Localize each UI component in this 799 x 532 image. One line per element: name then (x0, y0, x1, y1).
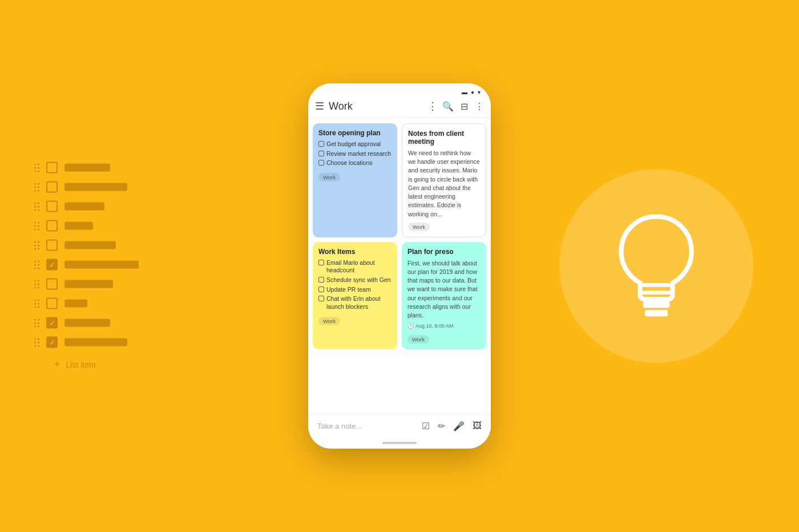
note-timestamp: 🕐Aug 10, 8:00 AM (407, 323, 481, 329)
list-item (34, 317, 139, 329)
note-body: We need to rethink how we handle user ex… (408, 149, 480, 219)
note-item-text: Chat with Erin about launch blockers (326, 295, 392, 311)
list-checkbox[interactable] (46, 298, 58, 309)
note-label[interactable]: Work (408, 223, 430, 231)
image-icon[interactable]: 🖼 (473, 421, 482, 432)
take-note-placeholder[interactable]: Take a note... (317, 422, 416, 430)
drag-handle-icon (34, 183, 39, 191)
list-item (34, 182, 139, 193)
list-bar (64, 164, 110, 172)
status-bar: ▬ ● ▾ (308, 83, 491, 98)
add-icon: + (54, 358, 60, 370)
list-bar (64, 241, 116, 249)
note-item-checkbox (318, 141, 324, 147)
menu-icon[interactable]: ☰ (315, 100, 324, 112)
list-item (34, 201, 139, 212)
note-item-text: Update PR team (326, 286, 371, 294)
list-item (34, 298, 139, 309)
note-item-checkbox (318, 296, 324, 301)
note-item-text: Email Mario about headcount (326, 259, 392, 275)
note-card[interactable]: Store opening planGet budget approvalRev… (313, 123, 397, 237)
list-checkbox[interactable] (46, 337, 58, 348)
mic-icon[interactable]: 🎤 (453, 421, 465, 432)
note-item-text: Choose locations (326, 159, 373, 167)
list-checkbox[interactable] (46, 162, 58, 174)
list-item (34, 162, 139, 174)
list-bar (64, 183, 127, 191)
note-item-text: Schedule sync with Gen (326, 276, 391, 284)
list-checkbox[interactable] (46, 279, 58, 290)
list-bar (64, 338, 127, 346)
svg-rect-0 (643, 301, 670, 308)
drag-handle-icon (34, 338, 39, 346)
note-label[interactable]: Work (318, 317, 340, 325)
list-item (34, 220, 139, 232)
list-bar (64, 280, 113, 288)
phone-mockup: ▬ ● ▾ ☰ Work ⋮ 🔍 ⊟ ⋮ Store opening planG… (308, 83, 491, 449)
note-checklist-item: Review market research (318, 150, 392, 158)
clock-icon: 🕐 (407, 323, 414, 329)
home-bar (382, 442, 417, 444)
wifi-icon: ▾ (478, 89, 481, 95)
list-checkbox[interactable] (46, 182, 58, 193)
note-card[interactable]: Work ItemsEmail Mario about headcountSch… (313, 242, 397, 350)
signal-icon: ● (471, 89, 474, 95)
note-checklist-item: Chat with Erin about launch blockers (318, 295, 392, 311)
add-label: List item (66, 360, 96, 369)
left-decorative-list: +List item (34, 162, 139, 370)
drag-handle-icon (34, 319, 39, 327)
note-label[interactable]: Work (407, 335, 429, 344)
note-item-checkbox (318, 160, 324, 166)
list-item (34, 337, 139, 348)
drag-handle-icon (34, 260, 39, 269)
note-title: Work Items (318, 248, 392, 256)
checkbox-icon[interactable]: ☑ (422, 421, 430, 432)
note-checklist-item: Schedule sync with Gen (318, 276, 392, 284)
overflow-icon[interactable]: ⋮ (475, 101, 484, 112)
app-bar: ☰ Work ⋮ 🔍 ⊟ ⋮ (308, 98, 491, 118)
svg-rect-1 (645, 310, 668, 317)
note-label[interactable]: Work (318, 173, 340, 182)
timestamp-text: Aug 10, 8:00 AM (415, 323, 454, 329)
note-checklist-item: Get budget approval (318, 140, 392, 148)
drag-handle-icon (34, 202, 39, 211)
more-icon-left[interactable]: ⋮ (427, 100, 438, 112)
lightbulb-circle (559, 169, 753, 363)
list-checkbox[interactable] (46, 201, 58, 212)
notes-grid: Store opening planGet budget approvalRev… (308, 118, 491, 414)
list-checkbox[interactable] (46, 240, 58, 251)
list-bar (64, 203, 104, 211)
drag-handle-icon (34, 221, 39, 230)
note-checklist-item: Email Mario about headcount (318, 259, 392, 275)
bottom-icons: ☑ ✏ 🎤 🖼 (422, 421, 482, 432)
note-title: Plan for preso (407, 248, 481, 256)
list-checkbox[interactable] (46, 317, 58, 329)
list-checkbox[interactable] (46, 220, 58, 232)
list-bar (64, 261, 139, 269)
draw-icon[interactable]: ✏ (438, 421, 445, 432)
note-card[interactable]: Plan for presoFirst, we should talk abou… (402, 242, 486, 350)
list-bar (64, 319, 110, 327)
battery-icon: ▬ (462, 89, 467, 95)
drag-handle-icon (34, 163, 39, 172)
note-checklist-item: Update PR team (318, 286, 392, 294)
app-title: Work (329, 100, 423, 112)
layout-icon[interactable]: ⊟ (461, 101, 468, 112)
note-title: Notes from client meeting (408, 130, 480, 146)
note-item-text: Review market research (326, 150, 391, 158)
note-checklist-item: Choose locations (318, 159, 392, 167)
list-item (34, 259, 139, 271)
list-item (34, 279, 139, 290)
note-item-checkbox (318, 277, 324, 283)
list-bar (64, 222, 93, 230)
drag-handle-icon (34, 280, 39, 288)
bottom-bar[interactable]: Take a note... ☑ ✏ 🎤 🖼 (308, 414, 491, 437)
note-item-checkbox (318, 260, 324, 265)
note-item-checkbox (318, 287, 324, 292)
search-icon[interactable]: 🔍 (442, 101, 454, 112)
note-item-checkbox (318, 151, 324, 156)
drag-handle-icon (34, 299, 39, 308)
note-card[interactable]: Notes from client meetingWe need to reth… (402, 123, 486, 237)
add-list-item[interactable]: +List item (34, 358, 139, 370)
list-checkbox[interactable] (46, 259, 58, 271)
